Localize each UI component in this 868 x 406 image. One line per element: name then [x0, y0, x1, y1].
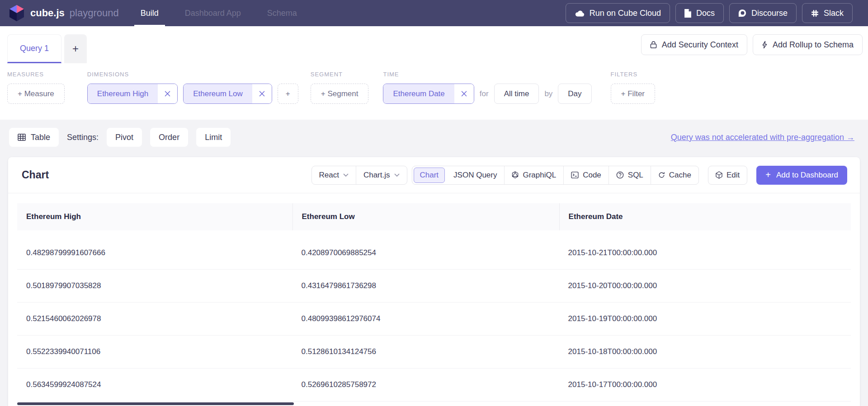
chart-card: Chart React Chart.js	[8, 157, 860, 406]
measures-label: MEASURES	[7, 71, 65, 78]
time-chip-ethereum-date[interactable]: Ethereum Date	[383, 84, 474, 104]
time-label: TIME	[383, 71, 591, 78]
graphql-icon	[512, 171, 519, 179]
tab-sql[interactable]: SQL	[609, 166, 651, 184]
cell-ethereum-date: 2015-10-18T00:00:00.000	[559, 347, 851, 356]
pivot-button[interactable]: Pivot	[107, 128, 142, 147]
measures-group: MEASURES + Measure	[7, 71, 65, 104]
add-query-tab[interactable]: +	[64, 34, 87, 63]
remove-icon[interactable]	[158, 84, 177, 103]
cell-ethereum-high: 0.5018979907035828	[17, 281, 292, 290]
brand-suffix: playground	[70, 7, 119, 19]
time-group: TIME Ethereum Date for All time by Day	[383, 71, 591, 104]
cell-ethereum-date: 2015-10-21T00:00:00.000	[559, 248, 851, 257]
tab-chart[interactable]: Chart	[414, 168, 445, 183]
add-filter-button[interactable]: + Filter	[611, 84, 655, 104]
top-navbar: cube.js playground Build Dashboard App S…	[0, 0, 868, 26]
query-tab-1[interactable]: Query 1	[7, 34, 61, 63]
horizontal-scrollbar-thumb[interactable]	[17, 402, 294, 405]
slack-icon	[811, 9, 819, 17]
cubejs-logo-icon	[9, 4, 24, 22]
settings-bar: Table Settings: Pivot Order Limit Query …	[0, 120, 868, 147]
chart-card-header: Chart React Chart.js	[8, 157, 860, 193]
column-header-ethereum-high: Ethereum High	[17, 203, 292, 230]
add-rollup-to-schema-button[interactable]: Add Rollup to Schema	[753, 34, 863, 55]
by-label: by	[544, 89, 552, 98]
cell-ethereum-low: 0.5269610285758972	[292, 380, 559, 389]
filters-label: FILTERS	[611, 71, 655, 78]
grid-icon	[18, 134, 26, 141]
granularity-select[interactable]: Day	[558, 84, 591, 104]
add-to-dashboard-button[interactable]: + Add to Dashboard	[756, 166, 847, 185]
cell-ethereum-low: 0.4208970069885254	[292, 248, 559, 257]
column-header-ethereum-low: Ethereum Low	[292, 203, 559, 230]
dimensions-group: DIMENSIONS Ethereum High Ethereum Low +	[87, 71, 298, 104]
nav-link-dashboard-app[interactable]: Dashboard App	[185, 0, 241, 26]
dimension-chip-ethereum-high[interactable]: Ethereum High	[87, 84, 178, 104]
table-row: 0.5522339940071106 0.5128610134124756 20…	[17, 336, 851, 369]
docs-button[interactable]: Docs	[675, 3, 724, 23]
query-tabs-row: Query 1 + Add Security Context Add Rollu…	[0, 26, 868, 63]
document-icon	[684, 9, 691, 18]
nav-links: Build Dashboard App Schema	[141, 0, 297, 26]
add-dimension-button[interactable]: +	[278, 84, 298, 104]
dimension-chip-ethereum-low[interactable]: Ethereum Low	[183, 84, 272, 104]
result-table: Ethereum High Ethereum Low Ethereum Date…	[17, 203, 851, 401]
tab-code[interactable]: Code	[563, 166, 609, 184]
chart-library-select[interactable]: Chart.js	[356, 166, 407, 184]
cell-ethereum-high: 0.5634599924087524	[17, 380, 292, 389]
dimensions-label: DIMENSIONS	[87, 71, 298, 78]
table-header: Ethereum High Ethereum Low Ethereum Date	[17, 203, 851, 230]
nav-actions: Run on Cube Cloud Docs Discourse	[566, 3, 853, 23]
order-button[interactable]: Order	[150, 128, 188, 147]
cell-ethereum-high: 0.5215460062026978	[17, 314, 292, 323]
brand[interactable]: cube.js playground	[9, 4, 119, 22]
cell-ethereum-date: 2015-10-19T00:00:00.000	[559, 314, 851, 323]
tab-json-query[interactable]: JSON Query	[446, 166, 504, 184]
settings-label: Settings:	[67, 133, 99, 142]
table-row: 0.5215460062026978 0.48099398612976074 2…	[17, 303, 851, 336]
run-on-cube-cloud-button[interactable]: Run on Cube Cloud	[566, 3, 670, 23]
date-range-select[interactable]: All time	[494, 84, 539, 104]
cloud-icon	[575, 10, 585, 17]
cell-ethereum-date: 2015-10-17T00:00:00.000	[559, 380, 851, 389]
add-measure-button[interactable]: + Measure	[7, 84, 65, 104]
cell-ethereum-high: 0.48298799991607666	[17, 248, 292, 257]
query-builder: MEASURES + Measure DIMENSIONS Ethereum H…	[0, 63, 868, 120]
nav-link-build[interactable]: Build	[141, 0, 159, 26]
view-tabs: Chart JSON Query GraphiQL	[412, 166, 699, 185]
framework-select[interactable]: React	[312, 166, 356, 184]
nav-link-schema[interactable]: Schema	[267, 0, 297, 26]
edit-button[interactable]: Edit	[708, 166, 747, 185]
question-circle-icon	[616, 171, 624, 179]
add-security-context-button[interactable]: Add Security Context	[641, 34, 747, 55]
add-segment-button[interactable]: + Segment	[311, 84, 369, 104]
framework-selects: React Chart.js	[311, 166, 407, 185]
cell-ethereum-date: 2015-10-20T00:00:00.000	[559, 281, 851, 290]
flash-icon	[762, 41, 768, 49]
limit-button[interactable]: Limit	[196, 128, 231, 147]
results-area: Table Settings: Pivot Order Limit Query …	[0, 120, 868, 406]
lock-icon	[650, 41, 657, 49]
tab-cache[interactable]: Cache	[651, 166, 698, 184]
column-header-ethereum-date: Ethereum Date	[559, 203, 851, 230]
discourse-icon	[738, 9, 746, 17]
filters-group: FILTERS + Filter	[611, 71, 655, 104]
discourse-button[interactable]: Discourse	[729, 3, 797, 23]
table-view-button[interactable]: Table	[9, 128, 59, 147]
cell-ethereum-low: 0.4316479861736298	[292, 281, 559, 290]
remove-icon[interactable]	[454, 84, 474, 103]
pre-aggregation-link[interactable]: Query was not accelerated with pre-aggre…	[671, 133, 854, 142]
table-body: 0.48298799991607666 0.4208970069885254 2…	[17, 230, 851, 401]
chevron-down-icon	[394, 173, 400, 177]
table-row: 0.5018979907035828 0.4316479861736298 20…	[17, 270, 851, 303]
terminal-icon	[571, 172, 579, 178]
slack-button[interactable]: Slack	[802, 3, 853, 23]
chart-toolbar: React Chart.js Chart	[311, 166, 847, 185]
brand-name: cube.js	[30, 7, 65, 19]
remove-icon[interactable]	[252, 84, 272, 103]
cell-ethereum-high: 0.5522339940071106	[17, 347, 292, 356]
tab-graphiql[interactable]: GraphiQL	[504, 166, 563, 184]
refresh-icon	[658, 172, 665, 178]
cell-ethereum-low: 0.5128610134124756	[292, 347, 559, 356]
